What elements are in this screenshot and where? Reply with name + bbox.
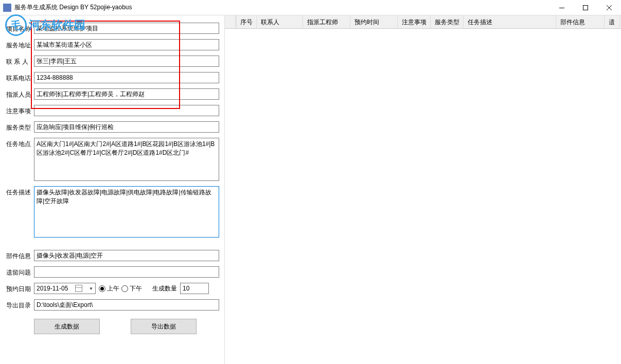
minimize-button[interactable] bbox=[550, 0, 574, 15]
col-notes[interactable]: 注意事项 bbox=[398, 15, 431, 28]
input-gen-qty[interactable] bbox=[180, 283, 209, 294]
generate-button[interactable]: 生成数据 bbox=[34, 319, 100, 334]
calendar-icon bbox=[75, 285, 82, 292]
label-notes: 注意事项 bbox=[6, 105, 34, 116]
label-service-type: 服务类型 bbox=[6, 121, 34, 132]
col-contact[interactable]: 联系人 bbox=[257, 15, 303, 28]
input-notes[interactable] bbox=[34, 105, 219, 116]
app-icon bbox=[3, 4, 11, 12]
date-value: 2019-11-05 bbox=[37, 285, 68, 292]
data-grid[interactable]: 序号 联系人 指派工程师 预约时间 注意事项 服务类型 任务描述 部件信息 遗 bbox=[225, 15, 621, 364]
col-pending[interactable]: 遗 bbox=[605, 15, 620, 28]
input-export-dir[interactable] bbox=[34, 299, 219, 311]
svg-rect-0 bbox=[559, 8, 564, 8]
col-svctype[interactable]: 服务类型 bbox=[431, 15, 464, 28]
label-task-desc: 任务描述 bbox=[6, 186, 34, 197]
label-pending: 遗留问题 bbox=[6, 266, 34, 277]
export-button[interactable]: 导出数据 bbox=[131, 319, 197, 334]
input-phone[interactable] bbox=[34, 72, 219, 83]
maximize-button[interactable] bbox=[574, 0, 597, 15]
radio-am-label: 上午 bbox=[107, 284, 119, 293]
label-assigned: 指派人员 bbox=[6, 88, 34, 99]
col-engineer[interactable]: 指派工程师 bbox=[303, 15, 350, 28]
col-parts[interactable]: 部件信息 bbox=[556, 15, 605, 28]
window-buttons bbox=[550, 0, 621, 15]
grid-panel: 序号 联系人 指派工程师 预约时间 注意事项 服务类型 任务描述 部件信息 遗 bbox=[224, 15, 621, 364]
close-button[interactable] bbox=[597, 0, 621, 15]
input-project-name[interactable] bbox=[34, 23, 219, 34]
label-parts: 部件信息 bbox=[6, 250, 34, 261]
input-service-addr[interactable] bbox=[34, 39, 219, 50]
input-pending[interactable] bbox=[34, 266, 219, 278]
col-seq[interactable]: 序号 bbox=[236, 15, 257, 28]
label-project-name: 项目名称 bbox=[6, 23, 34, 33]
label-appt-date: 预约日期 bbox=[6, 283, 34, 294]
radio-am[interactable]: 上午 bbox=[99, 284, 119, 293]
input-task-desc[interactable]: 摄像头故障|收发器故障|电源故障|供电故障|电路故障|传输链路故障|空开故障 bbox=[34, 186, 219, 238]
svg-rect-1 bbox=[583, 6, 588, 10]
radio-am-dot bbox=[99, 285, 105, 292]
input-service-type[interactable] bbox=[34, 121, 219, 133]
input-parts[interactable] bbox=[34, 250, 219, 261]
form-panel: 项目名称 服务地址 联 系 人 联系电话 指派人员 注意事项 服务类型 bbox=[0, 15, 224, 364]
chevron-down-icon: ▼ bbox=[89, 286, 93, 291]
radio-pm-dot bbox=[121, 285, 128, 292]
titlebar: 服务单生成系统 Design BY 52pojie-yaobus bbox=[0, 0, 621, 15]
label-service-addr: 服务地址 bbox=[6, 39, 34, 50]
input-assigned[interactable] bbox=[34, 88, 219, 100]
grid-header: 序号 联系人 指派工程师 预约时间 注意事项 服务类型 任务描述 部件信息 遗 bbox=[225, 15, 621, 29]
radio-pm[interactable]: 下午 bbox=[121, 284, 142, 293]
input-task-loc[interactable]: A区南大门1#|A区南大门2#|A区道路1#|B区花园1#|B区游泳池1#|B区… bbox=[34, 138, 219, 181]
label-gen-qty: 生成数量 bbox=[152, 284, 177, 293]
label-export-dir: 导出目录 bbox=[6, 299, 34, 310]
col-taskdesc[interactable]: 任务描述 bbox=[464, 15, 556, 28]
input-contact[interactable] bbox=[34, 56, 219, 67]
label-task-loc: 任务地点 bbox=[6, 138, 34, 149]
label-phone: 联系电话 bbox=[6, 72, 34, 83]
grid-rowheader-corner bbox=[225, 15, 236, 28]
col-appt[interactable]: 预约时间 bbox=[350, 15, 398, 28]
window-title: 服务单生成系统 Design BY 52pojie-yaobus bbox=[14, 3, 132, 12]
label-contact: 联 系 人 bbox=[6, 56, 34, 66]
date-picker[interactable]: 2019-11-05 ▼ bbox=[34, 283, 96, 294]
radio-pm-label: 下午 bbox=[130, 284, 142, 293]
